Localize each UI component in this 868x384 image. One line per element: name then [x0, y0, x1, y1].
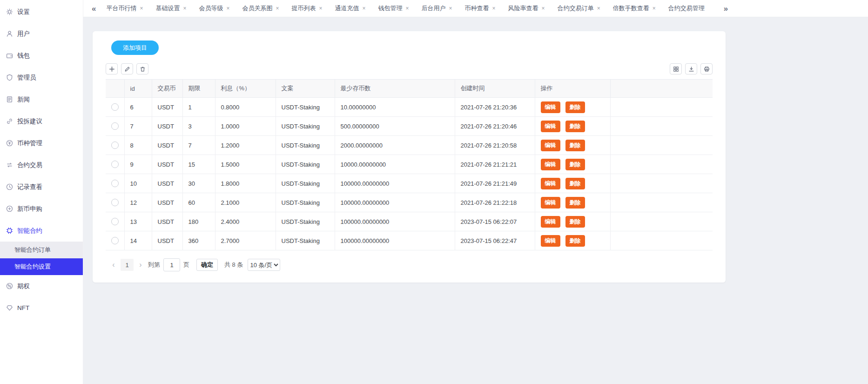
- row-radio[interactable]: [111, 161, 119, 168]
- tab-close-icon[interactable]: ×: [319, 6, 323, 11]
- tab-item[interactable]: 提币列表×: [292, 4, 323, 13]
- tab-item[interactable]: 合约交易管理: [668, 4, 705, 13]
- tab-item[interactable]: 合约交易订单×: [558, 4, 600, 13]
- sidebar-item-news[interactable]: 新闻: [0, 88, 83, 110]
- cell-coin: USDT: [152, 136, 182, 155]
- next-page-icon[interactable]: ›: [136, 261, 145, 269]
- printer-icon: [704, 66, 710, 72]
- delete-row-button[interactable]: [136, 63, 148, 74]
- cell-coin: USDT: [152, 155, 182, 174]
- edit-button[interactable]: 编辑: [541, 140, 560, 151]
- sidebar-item-nft[interactable]: NFT: [0, 297, 83, 319]
- sidebar-item-contract-trading[interactable]: 合约交易: [0, 154, 83, 176]
- row-radio[interactable]: [111, 218, 119, 225]
- link-icon: [6, 118, 13, 125]
- tab-label: 平台币行情: [106, 4, 136, 13]
- page-size-select[interactable]: 10 条/页: [248, 259, 280, 271]
- sidebar-subitem-smart-contract-settings[interactable]: 智能合约设置: [0, 258, 83, 275]
- row-radio[interactable]: [111, 141, 119, 149]
- delete-button[interactable]: 删除: [565, 121, 585, 132]
- tab-item[interactable]: 平台币行情×: [106, 4, 143, 13]
- cell-rate: 1.0000: [215, 117, 276, 136]
- tab-close-icon[interactable]: ×: [597, 6, 600, 11]
- tab-close-icon[interactable]: ×: [363, 6, 366, 11]
- column-filter-button[interactable]: [670, 63, 682, 74]
- tab-item[interactable]: 倍数手数查看×: [613, 4, 656, 13]
- cell-coin: USDT: [152, 193, 182, 212]
- tab-item[interactable]: 基础设置×: [155, 4, 186, 13]
- tab-item[interactable]: 通道充值×: [335, 4, 366, 13]
- sidebar-item-suggestions[interactable]: 投拆建议: [0, 110, 83, 132]
- prev-page-icon[interactable]: ‹: [109, 261, 118, 269]
- tab-close-icon[interactable]: ×: [406, 6, 409, 11]
- sidebar-item-settings[interactable]: 设置: [0, 1, 83, 23]
- tab-close-icon[interactable]: ×: [449, 6, 452, 11]
- sidebar-item-coin-management[interactable]: 币种管理: [0, 132, 83, 154]
- row-radio[interactable]: [111, 199, 119, 206]
- tabs-strip: 平台币行情× 基础设置× 会员等级× 会员关系图× 提币列表× 通道充值× 钱包…: [106, 4, 717, 13]
- export-button[interactable]: [685, 63, 697, 74]
- table-row: 12 USDT 60 2.1000 USDT-Staking 100000.00…: [106, 193, 713, 212]
- tab-close-icon[interactable]: ×: [653, 6, 656, 11]
- row-radio[interactable]: [111, 122, 119, 130]
- delete-button[interactable]: 删除: [565, 178, 585, 189]
- sidebar-item-admin[interactable]: 管理员: [0, 67, 83, 88]
- goto-page-input[interactable]: [163, 258, 180, 271]
- tab-close-icon[interactable]: ×: [542, 6, 545, 11]
- print-button[interactable]: [700, 63, 713, 74]
- tabs-scroll-right-icon[interactable]: »: [724, 5, 728, 13]
- edit-button[interactable]: 编辑: [541, 216, 560, 228]
- sidebar-item-new-coin[interactable]: 新币申购: [0, 198, 83, 220]
- add-project-button[interactable]: 添加项目: [111, 40, 159, 55]
- edit-button[interactable]: 编辑: [541, 178, 560, 189]
- sidebar-item-options[interactable]: 期权: [0, 275, 83, 297]
- tab-item[interactable]: 币种查看×: [465, 4, 496, 13]
- cell-filler: [610, 136, 713, 155]
- sidebar-subitem-label: 智能合约设置: [14, 263, 51, 271]
- edit-row-button[interactable]: [121, 63, 133, 74]
- tab-label: 倍数手数查看: [613, 4, 649, 13]
- sidebar-item-smart-contract[interactable]: 智能合约: [0, 220, 83, 242]
- tab-item[interactable]: 后台用户×: [422, 4, 452, 13]
- add-row-button[interactable]: [106, 63, 118, 74]
- current-page[interactable]: 1: [121, 259, 134, 271]
- delete-button[interactable]: 删除: [565, 159, 585, 170]
- cell-term: 30: [182, 174, 215, 193]
- row-radio[interactable]: [111, 103, 119, 111]
- delete-button[interactable]: 删除: [565, 140, 585, 151]
- tab-close-icon[interactable]: ×: [140, 6, 143, 11]
- delete-button[interactable]: 删除: [565, 197, 585, 209]
- edit-button[interactable]: 编辑: [541, 197, 560, 209]
- toolbar-right-group: [670, 63, 713, 74]
- cell-min-deposit: 2000.00000000: [335, 136, 455, 155]
- cell-min-deposit: 100000.00000000: [335, 174, 455, 193]
- table-row: 7 USDT 3 1.0000 USDT-Staking 500.0000000…: [106, 117, 713, 136]
- sidebar-item-users[interactable]: 用户: [0, 23, 83, 45]
- tab-item[interactable]: 会员关系图×: [242, 4, 279, 13]
- edit-button[interactable]: 编辑: [541, 101, 560, 113]
- confirm-page-button[interactable]: 确定: [196, 259, 218, 271]
- row-radio[interactable]: [111, 237, 119, 244]
- tab-item[interactable]: 钱包管理×: [378, 4, 409, 13]
- edit-button[interactable]: 编辑: [541, 159, 560, 170]
- edit-button[interactable]: 编辑: [541, 121, 560, 132]
- sidebar-item-wallet[interactable]: 钱包: [0, 45, 83, 67]
- tab-item[interactable]: 风险率查看×: [508, 4, 545, 13]
- sidebar-item-records[interactable]: 记录查看: [0, 176, 83, 198]
- plus-icon: [109, 66, 115, 72]
- tab-close-icon[interactable]: ×: [183, 6, 186, 11]
- tabs-scroll-left-icon[interactable]: «: [92, 5, 96, 13]
- tab-close-icon[interactable]: ×: [492, 6, 496, 11]
- tab-close-icon[interactable]: ×: [227, 6, 230, 11]
- delete-button[interactable]: 删除: [565, 216, 585, 228]
- tab-close-icon[interactable]: ×: [276, 6, 279, 11]
- delete-button[interactable]: 删除: [565, 101, 585, 113]
- row-radio[interactable]: [111, 180, 119, 187]
- cell-rate: 2.7000: [215, 231, 276, 250]
- edit-button[interactable]: 编辑: [541, 235, 560, 247]
- sidebar-subitem-smart-contract-orders[interactable]: 智能合约订单: [0, 242, 83, 258]
- sidebar-item-label: 管理员: [17, 74, 36, 82]
- tab-item[interactable]: 会员等级×: [199, 4, 230, 13]
- table-row: 14 USDT 360 2.7000 USDT-Staking 100000.0…: [106, 231, 713, 250]
- delete-button[interactable]: 删除: [565, 235, 585, 247]
